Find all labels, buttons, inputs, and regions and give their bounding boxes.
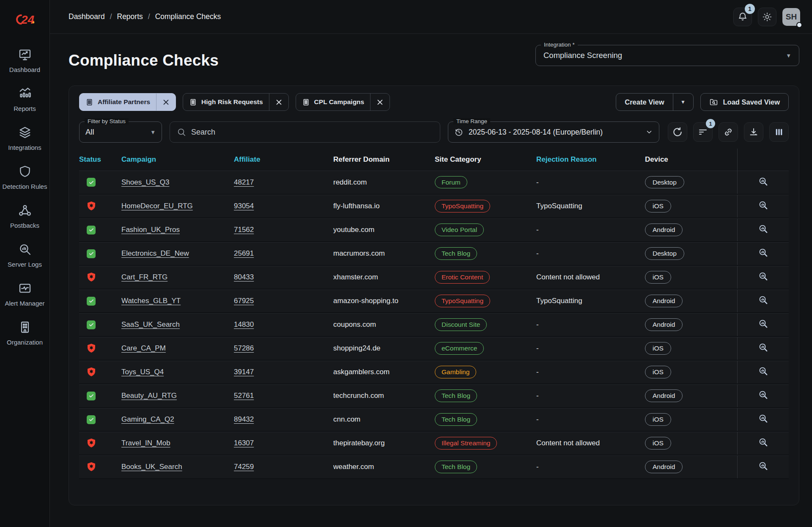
rejection-reason-cell: - bbox=[536, 384, 645, 408]
site-category-cell: Tech Blog bbox=[435, 384, 536, 408]
affiliate-link[interactable]: 16307 bbox=[234, 439, 254, 447]
campaign-link[interactable]: Books_UK_Search bbox=[121, 463, 182, 471]
details-cell bbox=[737, 218, 789, 242]
column-header-rejection-reason[interactable]: Rejection Reason bbox=[536, 149, 645, 171]
affiliate-link[interactable]: 67925 bbox=[234, 297, 254, 305]
status-filter-select[interactable]: Filter by Status All ▼ bbox=[79, 121, 162, 143]
brand-logo[interactable]: 24 bbox=[13, 9, 37, 30]
affiliate-cell: 39147 bbox=[234, 360, 333, 384]
affiliate-link[interactable]: 57286 bbox=[234, 344, 254, 352]
column-header-status[interactable]: Status bbox=[79, 149, 121, 171]
inspect-details-button[interactable] bbox=[758, 437, 768, 447]
referrer-domain-cell: fly-lufthansa.io bbox=[333, 194, 435, 218]
inspect-details-button[interactable] bbox=[758, 319, 768, 328]
sidebar-item-postbacks[interactable]: Postbacks bbox=[0, 197, 49, 236]
sidebar-item-organization[interactable]: Organization bbox=[0, 314, 49, 353]
time-range-select[interactable]: Time Range 2025-06-13 - 2025-08-14 (Euro… bbox=[448, 121, 659, 143]
refresh-button[interactable] bbox=[668, 122, 687, 142]
inspect-details-button[interactable] bbox=[758, 295, 768, 305]
inspect-details-button[interactable] bbox=[758, 461, 768, 471]
inspect-details-button[interactable] bbox=[758, 390, 768, 400]
sidebar-item-reports[interactable]: Reports bbox=[0, 80, 49, 119]
remove-chip-button[interactable] bbox=[370, 94, 390, 110]
site-category-cell: Tech Blog bbox=[435, 242, 536, 265]
notifications-button[interactable]: 1 bbox=[733, 8, 752, 26]
column-header-device[interactable]: Device bbox=[645, 149, 737, 171]
affiliate-link[interactable]: 14830 bbox=[234, 320, 254, 328]
campaign-link[interactable]: Watches_GLB_YT bbox=[121, 297, 181, 305]
columns-button[interactable] bbox=[769, 122, 789, 142]
column-header-campaign[interactable]: Campaign bbox=[121, 149, 234, 171]
rejected-shield-icon bbox=[87, 438, 96, 448]
rejection-reason-cell: - bbox=[536, 337, 645, 360]
sidebar-item-dashboard[interactable]: Dashboard bbox=[0, 41, 49, 80]
table-row: Toys_US_Q4 39147 askgamblers.com Gamblin… bbox=[79, 360, 789, 384]
affiliate-link[interactable]: 25691 bbox=[234, 249, 254, 257]
table-row: Watches_GLB_YT 67925 amazon-shopping.to … bbox=[79, 289, 789, 313]
theme-toggle-button[interactable] bbox=[758, 8, 776, 26]
create-view-label: Create View bbox=[616, 98, 672, 106]
affiliate-link[interactable]: 93054 bbox=[234, 202, 254, 210]
saved-view-chip[interactable]: Affiliate Partners bbox=[79, 93, 176, 111]
campaign-link[interactable]: SaaS_UK_Search bbox=[121, 320, 180, 328]
sidebar-item-integrations[interactable]: Integrations bbox=[0, 119, 49, 158]
inspect-details-button[interactable] bbox=[758, 414, 768, 423]
campaign-link[interactable]: Shoes_US_Q3 bbox=[121, 178, 169, 186]
breadcrumb-item[interactable]: Dashboard bbox=[69, 12, 105, 21]
search-input[interactable] bbox=[191, 128, 433, 137]
inspect-details-button[interactable] bbox=[758, 200, 768, 210]
campaign-cell: Toys_US_Q4 bbox=[121, 360, 234, 384]
integration-select[interactable]: Integration * Compliance Screening ▼ bbox=[535, 45, 799, 66]
create-view-caret[interactable]: ▼ bbox=[673, 94, 693, 110]
rejected-shield-icon bbox=[87, 367, 96, 377]
affiliate-link[interactable]: 48217 bbox=[234, 178, 254, 186]
inspect-details-button[interactable] bbox=[758, 271, 768, 281]
campaign-link[interactable]: Care_CA_PM bbox=[121, 344, 166, 352]
device-pill: Android bbox=[645, 223, 683, 236]
remove-chip-button[interactable] bbox=[269, 94, 288, 110]
copy-link-button[interactable] bbox=[719, 122, 738, 142]
saved-view-chip[interactable]: High Risk Requests bbox=[183, 93, 289, 111]
remove-chip-button[interactable] bbox=[156, 94, 176, 110]
avatar-initials: SH bbox=[786, 12, 797, 22]
inspect-details-button[interactable] bbox=[758, 177, 768, 186]
column-header-referrer-domain[interactable]: Referrer Domain bbox=[333, 149, 435, 171]
affiliate-link[interactable]: 52761 bbox=[234, 392, 254, 400]
column-header-affiliate[interactable]: Affiliate bbox=[234, 149, 333, 171]
breadcrumb-item[interactable]: Compliance Checks bbox=[155, 12, 221, 21]
details-cell bbox=[737, 337, 789, 360]
campaign-link[interactable]: Toys_US_Q4 bbox=[121, 368, 164, 376]
campaign-link[interactable]: Electronics_DE_New bbox=[121, 249, 189, 257]
sidebar-item-alert-manager[interactable]: Alert Manager bbox=[0, 275, 49, 314]
campaign-link[interactable]: Fashion_UK_Pros bbox=[121, 226, 180, 234]
column-header-site-category[interactable]: Site Category bbox=[435, 149, 536, 171]
advanced-filters-button[interactable]: 1 bbox=[693, 122, 713, 142]
avatar[interactable]: SH bbox=[782, 8, 800, 26]
affiliate-link[interactable]: 74259 bbox=[234, 463, 254, 471]
affiliate-link[interactable]: 71562 bbox=[234, 226, 254, 234]
campaign-link[interactable]: Beauty_AU_RTG bbox=[121, 392, 177, 400]
campaign-link[interactable]: Gaming_CA_Q2 bbox=[121, 415, 174, 423]
status-cell bbox=[79, 455, 121, 479]
campaign-link[interactable]: Cart_FR_RTG bbox=[121, 273, 167, 281]
campaign-link[interactable]: HomeDecor_EU_RTG bbox=[121, 202, 193, 210]
campaign-link[interactable]: Travel_IN_Mob bbox=[121, 439, 170, 447]
inspect-details-button[interactable] bbox=[758, 366, 768, 376]
breadcrumb-item[interactable]: Reports bbox=[117, 12, 143, 21]
saved-view-chip[interactable]: CPL Campaigns bbox=[296, 93, 390, 111]
affiliate-link[interactable]: 39147 bbox=[234, 368, 254, 376]
download-button[interactable] bbox=[744, 122, 763, 142]
affiliate-link[interactable]: 80433 bbox=[234, 273, 254, 281]
sidebar-item-detection-rules[interactable]: Detection Rules bbox=[0, 158, 49, 197]
column-header-actions[interactable] bbox=[737, 149, 789, 171]
inspect-details-button[interactable] bbox=[758, 224, 768, 234]
referrer-domain-cell: macrumors.com bbox=[333, 242, 435, 265]
create-view-button[interactable]: Create View ▼ bbox=[616, 93, 693, 111]
download-icon bbox=[749, 127, 759, 137]
inspect-details-button[interactable] bbox=[758, 342, 768, 352]
inspect-details-button[interactable] bbox=[758, 248, 768, 257]
affiliate-link[interactable]: 89432 bbox=[234, 415, 254, 423]
device-pill: iOS bbox=[645, 200, 671, 212]
load-saved-view-button[interactable]: Load Saved View bbox=[700, 93, 789, 111]
sidebar-item-server-logs[interactable]: Server Logs bbox=[0, 236, 49, 275]
